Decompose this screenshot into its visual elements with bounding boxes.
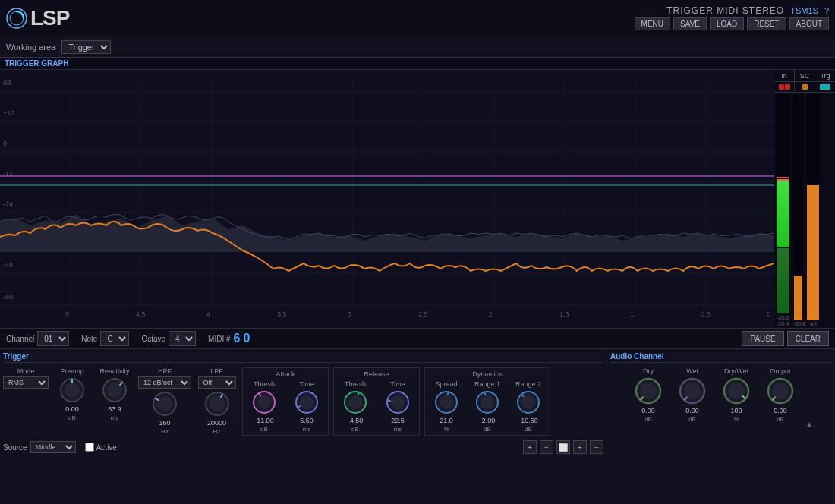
release-time-unit: ms xyxy=(394,426,402,433)
trigger-controls: Mode RMS Preamp 0.00 dB Reactivit xyxy=(3,367,603,436)
spread-knob[interactable] xyxy=(433,389,459,415)
hpf-freq-value: 160 xyxy=(159,419,170,427)
sc-meter-fill xyxy=(794,276,802,320)
output-knob[interactable] xyxy=(766,376,795,405)
hpf-freq-knob[interactable] xyxy=(151,390,178,417)
lpf-freq-value: 20000 xyxy=(207,419,226,427)
clear-button[interactable]: CLEAR xyxy=(787,331,829,346)
release-thresh-label: Thresh xyxy=(345,380,366,388)
meter-bars: -20.2 -20.4 -30.8 -inf xyxy=(774,93,835,328)
svg-point-64 xyxy=(391,395,405,409)
led-sc xyxy=(802,84,808,90)
trigger-panel: Trigger Mode RMS Preamp 0.00 d xyxy=(0,349,607,504)
release-thresh-unit: dB xyxy=(351,426,359,433)
release-time-value: 22.5 xyxy=(391,417,405,424)
attack-group: Attack Thresh -11.00 dB Time xyxy=(242,367,329,436)
svg-point-58 xyxy=(300,395,314,409)
mode-label: Mode xyxy=(17,367,35,375)
add2-icon[interactable]: + xyxy=(573,440,587,454)
lpf-filter-select[interactable]: Off xyxy=(198,376,236,389)
in-meter: -20.2 -20.4 xyxy=(776,94,792,326)
range2-unit: dB xyxy=(525,426,532,433)
reset-button[interactable]: RESET xyxy=(747,17,786,30)
help-icon[interactable]: ? xyxy=(824,6,829,15)
copy-icon[interactable]: ⬜ xyxy=(556,440,570,454)
wet-label: Wet xyxy=(686,367,698,375)
graph-svg: dB +12 0 -12 -24 -36 -48 -60 xyxy=(0,70,774,328)
active-checkbox[interactable] xyxy=(85,443,94,452)
minus-icon[interactable]: − xyxy=(540,440,553,454)
dry-group: Dry 0.00 dB xyxy=(629,367,667,423)
lpf-label: LPF xyxy=(210,367,223,375)
about-button[interactable]: ABOUT xyxy=(789,17,829,30)
bottom-section: Trigger Mode RMS Preamp 0.00 d xyxy=(0,349,835,504)
minus2-icon[interactable]: − xyxy=(590,440,603,454)
attack-controls: Thresh -11.00 dB Time xyxy=(245,380,326,433)
reactivity-knob[interactable] xyxy=(101,376,128,404)
trg-meter: -inf xyxy=(806,94,820,326)
octave-group: Octave 4 xyxy=(141,331,196,346)
dry-label: Dry xyxy=(643,367,654,375)
output-meter-display: ▲ xyxy=(805,367,813,443)
load-button[interactable]: LOAD xyxy=(710,17,744,30)
trg-meter-fill xyxy=(807,185,819,320)
attack-thresh-value: -11.00 xyxy=(254,417,274,424)
controls-bar: Channel 01 Note C Octave 4 MIDI # 6 0 PA… xyxy=(0,328,835,349)
svg-text:4: 4 xyxy=(206,310,210,318)
release-controls: Thresh -4.50 dB Time xyxy=(336,380,417,433)
wet-knob[interactable] xyxy=(678,376,707,405)
midi-group: MIDI # 6 0 xyxy=(208,332,250,345)
menu-button[interactable]: MENU xyxy=(635,17,670,30)
header: LSP TRIGGER MIDI STEREO TSM1S ? MENU SAV… xyxy=(0,0,835,36)
svg-line-65 xyxy=(388,401,390,402)
svg-text:1: 1 xyxy=(630,310,634,318)
meter-scroll-up[interactable]: ▲ xyxy=(805,420,813,428)
dry-knob[interactable] xyxy=(634,376,663,405)
svg-line-68 xyxy=(448,392,449,395)
meter-seg-green-r xyxy=(777,248,789,313)
channel-select[interactable]: 01 xyxy=(37,331,69,346)
lpf-freq-knob[interactable] xyxy=(203,390,231,417)
preamp-knob[interactable] xyxy=(58,376,86,404)
release-time-label: Time xyxy=(390,380,405,388)
svg-text:+12: +12 xyxy=(3,109,14,117)
range1-knob[interactable] xyxy=(474,389,500,415)
release-time-knob[interactable] xyxy=(385,389,411,415)
logo: LSP xyxy=(6,6,69,30)
attack-thresh-knob[interactable] xyxy=(251,389,277,415)
output-group: Output 0.00 dB xyxy=(761,367,799,423)
meter-seg-red xyxy=(777,177,789,178)
working-area-select[interactable]: Trigger xyxy=(61,40,111,54)
octave-label: Octave xyxy=(141,335,165,343)
source-group: Source Middle xyxy=(3,441,76,453)
wet-unit: dB xyxy=(688,416,696,423)
source-select[interactable]: Middle xyxy=(30,441,76,453)
drywet-unit: % xyxy=(733,416,739,423)
spread-label: Spread xyxy=(435,380,457,388)
save-button[interactable]: SAVE xyxy=(673,17,707,30)
svg-point-61 xyxy=(348,395,362,409)
release-thresh-knob[interactable] xyxy=(342,389,368,415)
sc-db-label: -30.8 xyxy=(793,321,803,326)
attack-time-unit: ms xyxy=(303,426,311,433)
attack-thresh-unit: dB xyxy=(260,426,268,433)
note-select[interactable]: C xyxy=(100,331,129,346)
drywet-value: 100 xyxy=(731,407,742,414)
svg-point-43 xyxy=(65,383,80,398)
svg-text:-60: -60 xyxy=(3,293,13,301)
led-trg xyxy=(820,84,830,90)
add-icon[interactable]: + xyxy=(523,440,537,454)
audio-channel-panel: Audio Channel Dry 0.00 dB Wet xyxy=(607,349,835,504)
active-label[interactable]: Active xyxy=(85,443,117,452)
range2-knob[interactable] xyxy=(515,389,541,415)
drywet-knob[interactable] xyxy=(722,376,751,405)
drywet-group: Dry/Wet 100 % xyxy=(717,367,755,423)
octave-select[interactable]: 4 xyxy=(169,331,196,346)
preamp-label: Preamp xyxy=(60,367,84,375)
reactivity-label: Reactivity xyxy=(99,367,129,375)
pause-button[interactable]: PAUSE xyxy=(742,331,783,346)
output-meter-bars: ▲ xyxy=(805,367,813,428)
mode-select[interactable]: RMS xyxy=(3,376,49,389)
attack-time-knob[interactable] xyxy=(294,389,320,415)
hpf-filter-select[interactable]: 12 dB/oct xyxy=(138,376,191,389)
